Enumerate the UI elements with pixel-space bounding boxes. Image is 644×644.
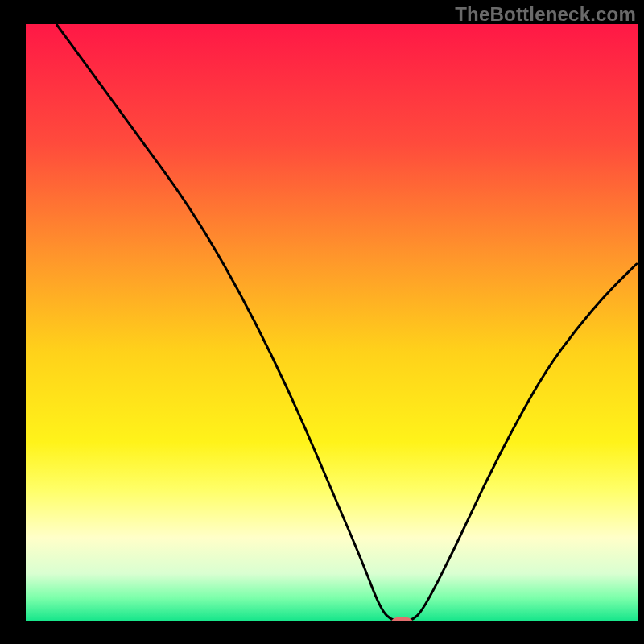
- gradient-background: [26, 24, 638, 621]
- chart-frame: TheBottleneck.com: [0, 0, 644, 644]
- chart-svg: [26, 24, 638, 621]
- plot-area: [26, 24, 638, 621]
- watermark-text: TheBottleneck.com: [455, 3, 636, 26]
